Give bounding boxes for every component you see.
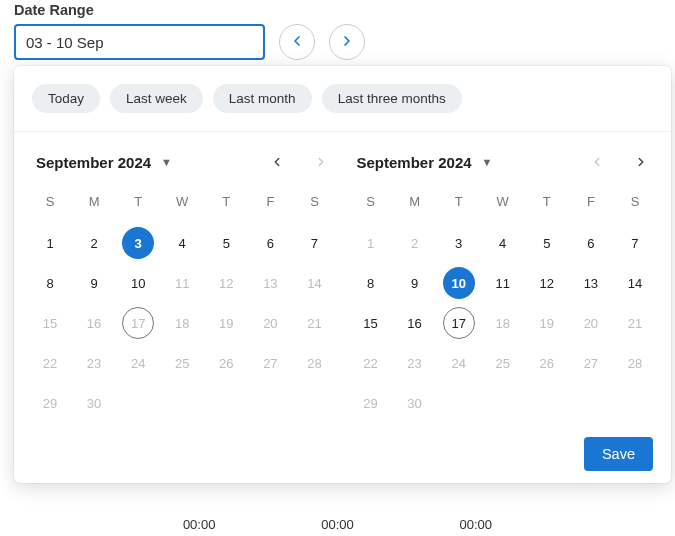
calendar-day[interactable]: 19 (525, 305, 569, 341)
day-of-week-header: S (349, 188, 393, 221)
calendar-day[interactable]: 25 (481, 345, 525, 381)
calendar-day[interactable]: 20 (248, 305, 292, 341)
date-range-input[interactable] (14, 24, 265, 60)
calendar-day[interactable]: 20 (569, 305, 613, 341)
preset-chip-today[interactable]: Today (32, 84, 100, 113)
calendar-day-number: 12 (531, 267, 563, 299)
calendar-day[interactable]: 28 (292, 345, 336, 381)
calendar-day[interactable]: 8 (28, 265, 72, 301)
calendar-day-number: 9 (399, 267, 431, 299)
calendar-day-number: 11 (487, 267, 519, 299)
calendar-day[interactable]: 27 (569, 345, 613, 381)
calendar-prev-button[interactable] (265, 150, 289, 174)
calendar-day[interactable]: 25 (160, 345, 204, 381)
calendar-day-number: 11 (166, 267, 198, 299)
calendar-day[interactable]: 18 (160, 305, 204, 341)
calendar-day[interactable]: 13 (569, 265, 613, 301)
calendar-day[interactable]: 11 (481, 265, 525, 301)
calendar-day[interactable]: 23 (393, 345, 437, 381)
calendar-day-number: 30 (399, 387, 431, 419)
day-of-week-header: M (393, 188, 437, 221)
calendar-title[interactable]: September 2024 (36, 154, 151, 171)
calendar-day[interactable]: 29 (349, 385, 393, 421)
next-range-button[interactable] (329, 24, 365, 60)
calendar-day[interactable]: 19 (204, 305, 248, 341)
calendar-day[interactable]: 14 (613, 265, 657, 301)
calendar-day[interactable]: 9 (393, 265, 437, 301)
calendar-day[interactable]: 8 (349, 265, 393, 301)
calendar-day[interactable]: 24 (437, 345, 481, 381)
calendar-day[interactable]: 23 (72, 345, 116, 381)
calendar-day[interactable]: 3 (437, 225, 481, 261)
bg-time: 00:00 (183, 517, 216, 532)
calendar-day[interactable]: 2 (72, 225, 116, 261)
calendar-day[interactable]: 3 (116, 225, 160, 261)
calendar-day[interactable]: 16 (393, 305, 437, 341)
calendar-day-number: 4 (166, 227, 198, 259)
calendar-day-number: 27 (254, 347, 286, 379)
calendar-day-number: 21 (298, 307, 330, 339)
calendar-day-number: 1 (355, 227, 387, 259)
calendar-day[interactable]: 17 (437, 305, 481, 341)
calendar-day[interactable]: 15 (349, 305, 393, 341)
calendar-day[interactable]: 2 (393, 225, 437, 261)
calendar-day[interactable]: 30 (393, 385, 437, 421)
prev-range-button[interactable] (279, 24, 315, 60)
calendar-day[interactable]: 10 (437, 265, 481, 301)
calendar-day[interactable]: 10 (116, 265, 160, 301)
day-of-week-header: S (292, 188, 336, 221)
calendar-day-number: 4 (487, 227, 519, 259)
calendar-day-number: 12 (210, 267, 242, 299)
calendar-day[interactable]: 18 (481, 305, 525, 341)
calendar-day[interactable]: 12 (525, 265, 569, 301)
calendar-day-number: 19 (531, 307, 563, 339)
calendar-title[interactable]: September 2024 (357, 154, 472, 171)
calendar-day-number: 13 (254, 267, 286, 299)
calendar-day[interactable]: 28 (613, 345, 657, 381)
preset-chip-last-week[interactable]: Last week (110, 84, 203, 113)
calendar-day[interactable]: 24 (116, 345, 160, 381)
preset-chip-last-three-months[interactable]: Last three months (322, 84, 462, 113)
calendar-day[interactable]: 15 (28, 305, 72, 341)
calendar-day[interactable]: 22 (28, 345, 72, 381)
calendar-day[interactable]: 4 (160, 225, 204, 261)
calendar-day[interactable]: 14 (292, 265, 336, 301)
calendar-day[interactable]: 13 (248, 265, 292, 301)
caret-down-icon[interactable]: ▼ (161, 156, 172, 168)
calendar-day[interactable]: 16 (72, 305, 116, 341)
preset-row: TodayLast weekLast monthLast three month… (14, 66, 671, 132)
calendar-day[interactable]: 9 (72, 265, 116, 301)
calendar-day[interactable]: 4 (481, 225, 525, 261)
calendar-day[interactable]: 21 (292, 305, 336, 341)
calendar-end: September 2024▼SMTWTFS123456789101112131… (349, 150, 658, 421)
calendar-day-number: 19 (210, 307, 242, 339)
calendar-day[interactable]: 7 (613, 225, 657, 261)
background-times: 00:00 00:00 00:00 (0, 517, 675, 532)
bg-time: 00:00 (460, 517, 493, 532)
calendar-day[interactable]: 6 (569, 225, 613, 261)
calendar-day-number: 24 (443, 347, 475, 379)
calendar-day[interactable]: 22 (349, 345, 393, 381)
calendar-day[interactable]: 29 (28, 385, 72, 421)
calendar-day[interactable]: 5 (525, 225, 569, 261)
save-button[interactable]: Save (584, 437, 653, 471)
calendar-day[interactable]: 7 (292, 225, 336, 261)
calendar-day[interactable]: 30 (72, 385, 116, 421)
calendar-day[interactable]: 27 (248, 345, 292, 381)
calendar-next-button[interactable] (629, 150, 653, 174)
calendar-day[interactable]: 1 (349, 225, 393, 261)
calendar-day[interactable]: 5 (204, 225, 248, 261)
calendar-day[interactable]: 26 (525, 345, 569, 381)
calendar-day-number: 26 (210, 347, 242, 379)
calendar-day[interactable]: 1 (28, 225, 72, 261)
calendar-day-number: 24 (122, 347, 154, 379)
calendar-day[interactable]: 11 (160, 265, 204, 301)
calendar-day[interactable]: 26 (204, 345, 248, 381)
preset-chip-last-month[interactable]: Last month (213, 84, 312, 113)
calendar-day[interactable]: 17 (116, 305, 160, 341)
day-of-week-header: S (28, 188, 72, 221)
caret-down-icon[interactable]: ▼ (482, 156, 493, 168)
calendar-day[interactable]: 6 (248, 225, 292, 261)
calendar-day[interactable]: 21 (613, 305, 657, 341)
calendar-day[interactable]: 12 (204, 265, 248, 301)
